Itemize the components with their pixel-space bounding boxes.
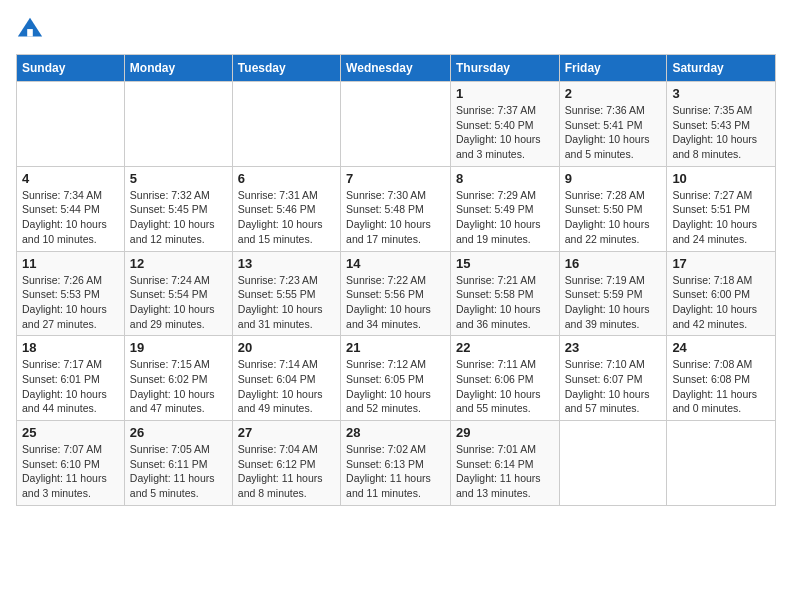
week-row-1: 1Sunrise: 7:37 AM Sunset: 5:40 PM Daylig… [17, 82, 776, 167]
day-detail: Sunrise: 7:04 AM Sunset: 6:12 PM Dayligh… [238, 442, 335, 501]
day-detail: Sunrise: 7:29 AM Sunset: 5:49 PM Dayligh… [456, 188, 554, 247]
day-number: 25 [22, 425, 119, 440]
week-row-5: 25Sunrise: 7:07 AM Sunset: 6:10 PM Dayli… [17, 421, 776, 506]
day-number: 17 [672, 256, 770, 271]
day-number: 23 [565, 340, 662, 355]
day-number: 29 [456, 425, 554, 440]
calendar-cell: 20Sunrise: 7:14 AM Sunset: 6:04 PM Dayli… [232, 336, 340, 421]
logo-icon [16, 16, 44, 44]
day-number: 16 [565, 256, 662, 271]
day-header-thursday: Thursday [450, 55, 559, 82]
day-detail: Sunrise: 7:37 AM Sunset: 5:40 PM Dayligh… [456, 103, 554, 162]
day-number: 18 [22, 340, 119, 355]
day-detail: Sunrise: 7:32 AM Sunset: 5:45 PM Dayligh… [130, 188, 227, 247]
calendar-cell [17, 82, 125, 167]
day-detail: Sunrise: 7:26 AM Sunset: 5:53 PM Dayligh… [22, 273, 119, 332]
day-detail: Sunrise: 7:24 AM Sunset: 5:54 PM Dayligh… [130, 273, 227, 332]
calendar-cell: 26Sunrise: 7:05 AM Sunset: 6:11 PM Dayli… [124, 421, 232, 506]
calendar-cell: 9Sunrise: 7:28 AM Sunset: 5:50 PM Daylig… [559, 166, 667, 251]
calendar-table: SundayMondayTuesdayWednesdayThursdayFrid… [16, 54, 776, 506]
day-header-sunday: Sunday [17, 55, 125, 82]
day-detail: Sunrise: 7:35 AM Sunset: 5:43 PM Dayligh… [672, 103, 770, 162]
day-number: 2 [565, 86, 662, 101]
calendar-cell: 8Sunrise: 7:29 AM Sunset: 5:49 PM Daylig… [450, 166, 559, 251]
day-number: 10 [672, 171, 770, 186]
day-header-friday: Friday [559, 55, 667, 82]
day-detail: Sunrise: 7:12 AM Sunset: 6:05 PM Dayligh… [346, 357, 445, 416]
calendar-cell [559, 421, 667, 506]
calendar-cell: 7Sunrise: 7:30 AM Sunset: 5:48 PM Daylig… [341, 166, 451, 251]
calendar-cell [341, 82, 451, 167]
day-number: 6 [238, 171, 335, 186]
calendar-cell: 29Sunrise: 7:01 AM Sunset: 6:14 PM Dayli… [450, 421, 559, 506]
calendar-cell: 17Sunrise: 7:18 AM Sunset: 6:00 PM Dayli… [667, 251, 776, 336]
day-detail: Sunrise: 7:28 AM Sunset: 5:50 PM Dayligh… [565, 188, 662, 247]
day-detail: Sunrise: 7:30 AM Sunset: 5:48 PM Dayligh… [346, 188, 445, 247]
day-detail: Sunrise: 7:10 AM Sunset: 6:07 PM Dayligh… [565, 357, 662, 416]
day-number: 7 [346, 171, 445, 186]
day-number: 1 [456, 86, 554, 101]
day-detail: Sunrise: 7:14 AM Sunset: 6:04 PM Dayligh… [238, 357, 335, 416]
day-detail: Sunrise: 7:27 AM Sunset: 5:51 PM Dayligh… [672, 188, 770, 247]
day-detail: Sunrise: 7:11 AM Sunset: 6:06 PM Dayligh… [456, 357, 554, 416]
calendar-cell: 15Sunrise: 7:21 AM Sunset: 5:58 PM Dayli… [450, 251, 559, 336]
day-number: 21 [346, 340, 445, 355]
day-detail: Sunrise: 7:08 AM Sunset: 6:08 PM Dayligh… [672, 357, 770, 416]
calendar-cell: 27Sunrise: 7:04 AM Sunset: 6:12 PM Dayli… [232, 421, 340, 506]
day-number: 26 [130, 425, 227, 440]
day-number: 5 [130, 171, 227, 186]
day-detail: Sunrise: 7:01 AM Sunset: 6:14 PM Dayligh… [456, 442, 554, 501]
day-detail: Sunrise: 7:07 AM Sunset: 6:10 PM Dayligh… [22, 442, 119, 501]
calendar-cell [232, 82, 340, 167]
calendar-cell: 25Sunrise: 7:07 AM Sunset: 6:10 PM Dayli… [17, 421, 125, 506]
day-detail: Sunrise: 7:17 AM Sunset: 6:01 PM Dayligh… [22, 357, 119, 416]
day-detail: Sunrise: 7:23 AM Sunset: 5:55 PM Dayligh… [238, 273, 335, 332]
calendar-cell: 24Sunrise: 7:08 AM Sunset: 6:08 PM Dayli… [667, 336, 776, 421]
header-row: SundayMondayTuesdayWednesdayThursdayFrid… [17, 55, 776, 82]
day-number: 8 [456, 171, 554, 186]
day-number: 24 [672, 340, 770, 355]
calendar-cell [667, 421, 776, 506]
calendar-cell: 5Sunrise: 7:32 AM Sunset: 5:45 PM Daylig… [124, 166, 232, 251]
calendar-cell: 1Sunrise: 7:37 AM Sunset: 5:40 PM Daylig… [450, 82, 559, 167]
day-number: 19 [130, 340, 227, 355]
calendar-cell: 22Sunrise: 7:11 AM Sunset: 6:06 PM Dayli… [450, 336, 559, 421]
day-number: 27 [238, 425, 335, 440]
day-number: 20 [238, 340, 335, 355]
day-number: 4 [22, 171, 119, 186]
calendar-cell: 4Sunrise: 7:34 AM Sunset: 5:44 PM Daylig… [17, 166, 125, 251]
day-detail: Sunrise: 7:22 AM Sunset: 5:56 PM Dayligh… [346, 273, 445, 332]
day-detail: Sunrise: 7:05 AM Sunset: 6:11 PM Dayligh… [130, 442, 227, 501]
week-row-4: 18Sunrise: 7:17 AM Sunset: 6:01 PM Dayli… [17, 336, 776, 421]
calendar-cell: 28Sunrise: 7:02 AM Sunset: 6:13 PM Dayli… [341, 421, 451, 506]
calendar-cell: 18Sunrise: 7:17 AM Sunset: 6:01 PM Dayli… [17, 336, 125, 421]
day-number: 3 [672, 86, 770, 101]
day-number: 15 [456, 256, 554, 271]
day-header-tuesday: Tuesday [232, 55, 340, 82]
day-number: 13 [238, 256, 335, 271]
calendar-cell: 3Sunrise: 7:35 AM Sunset: 5:43 PM Daylig… [667, 82, 776, 167]
calendar-cell: 2Sunrise: 7:36 AM Sunset: 5:41 PM Daylig… [559, 82, 667, 167]
day-detail: Sunrise: 7:18 AM Sunset: 6:00 PM Dayligh… [672, 273, 770, 332]
day-detail: Sunrise: 7:31 AM Sunset: 5:46 PM Dayligh… [238, 188, 335, 247]
calendar-cell: 12Sunrise: 7:24 AM Sunset: 5:54 PM Dayli… [124, 251, 232, 336]
week-row-2: 4Sunrise: 7:34 AM Sunset: 5:44 PM Daylig… [17, 166, 776, 251]
day-detail: Sunrise: 7:21 AM Sunset: 5:58 PM Dayligh… [456, 273, 554, 332]
svg-rect-1 [27, 29, 33, 36]
calendar-cell: 10Sunrise: 7:27 AM Sunset: 5:51 PM Dayli… [667, 166, 776, 251]
day-header-monday: Monday [124, 55, 232, 82]
day-number: 11 [22, 256, 119, 271]
day-detail: Sunrise: 7:02 AM Sunset: 6:13 PM Dayligh… [346, 442, 445, 501]
day-detail: Sunrise: 7:15 AM Sunset: 6:02 PM Dayligh… [130, 357, 227, 416]
day-number: 14 [346, 256, 445, 271]
day-header-saturday: Saturday [667, 55, 776, 82]
day-header-wednesday: Wednesday [341, 55, 451, 82]
calendar-cell: 6Sunrise: 7:31 AM Sunset: 5:46 PM Daylig… [232, 166, 340, 251]
calendar-cell: 16Sunrise: 7:19 AM Sunset: 5:59 PM Dayli… [559, 251, 667, 336]
calendar-cell: 11Sunrise: 7:26 AM Sunset: 5:53 PM Dayli… [17, 251, 125, 336]
day-number: 9 [565, 171, 662, 186]
calendar-cell [124, 82, 232, 167]
calendar-cell: 13Sunrise: 7:23 AM Sunset: 5:55 PM Dayli… [232, 251, 340, 336]
calendar-cell: 19Sunrise: 7:15 AM Sunset: 6:02 PM Dayli… [124, 336, 232, 421]
day-detail: Sunrise: 7:34 AM Sunset: 5:44 PM Dayligh… [22, 188, 119, 247]
